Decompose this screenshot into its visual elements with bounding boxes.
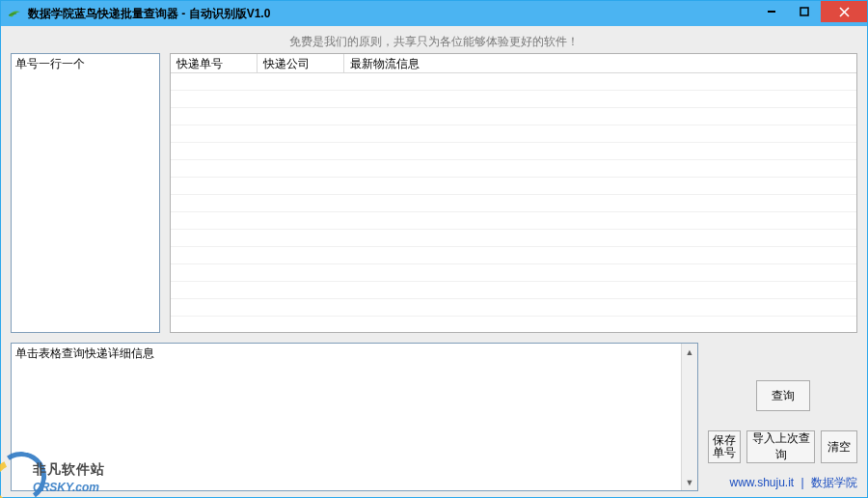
table-row[interactable] bbox=[171, 264, 856, 282]
footer-link-academy[interactable]: 数据学院 bbox=[811, 476, 857, 489]
table-row[interactable] bbox=[171, 195, 856, 212]
minimize-button[interactable] bbox=[755, 1, 788, 22]
app-icon bbox=[7, 6, 22, 21]
close-button[interactable] bbox=[821, 1, 867, 22]
table-row[interactable] bbox=[171, 73, 856, 91]
maximize-button[interactable] bbox=[788, 1, 821, 22]
table-row[interactable] bbox=[171, 108, 856, 125]
window-controls bbox=[755, 1, 867, 22]
tracking-input[interactable] bbox=[12, 74, 159, 332]
table-body[interactable] bbox=[171, 73, 856, 332]
table-row[interactable] bbox=[171, 91, 856, 108]
tracking-input-panel: 单号一行一个 bbox=[11, 53, 160, 333]
footer-separator: | bbox=[801, 476, 804, 489]
col-tracking-number[interactable]: 快递单号 bbox=[171, 54, 258, 72]
tracking-input-hint: 单号一行一个 bbox=[12, 54, 159, 74]
footer-link-site[interactable]: www.shuju.it bbox=[729, 476, 794, 489]
clear-button[interactable]: 清空 bbox=[821, 430, 857, 463]
detail-scrollbar[interactable]: ▲ ▼ bbox=[681, 344, 697, 490]
detail-textarea[interactable] bbox=[12, 364, 697, 490]
table-row[interactable] bbox=[171, 247, 856, 264]
titlebar[interactable]: 数据学院蓝鸟快递批量查询器 - 自动识别版V1.0 bbox=[1, 1, 867, 26]
table-row[interactable] bbox=[171, 212, 856, 230]
table-row[interactable] bbox=[171, 299, 856, 317]
col-courier-company[interactable]: 快递公司 bbox=[258, 54, 344, 72]
query-button[interactable]: 查询 bbox=[756, 380, 810, 411]
action-column: 查询 保存 单号 导入上次查询 清空 www.shuju.it | 数据学院 bbox=[708, 343, 857, 491]
col-latest-info[interactable]: 最新物流信息 bbox=[344, 54, 856, 72]
table-row[interactable] bbox=[171, 178, 856, 195]
footer-links: www.shuju.it | 数据学院 bbox=[708, 475, 857, 491]
results-table[interactable]: 快递单号 快递公司 最新物流信息 bbox=[170, 53, 857, 333]
detail-panel: 单击表格查询快递详细信息 ▲ ▼ bbox=[11, 343, 698, 491]
slogan-text: 免费是我们的原则，共享只为各位能够体验更好的软件！ bbox=[11, 34, 857, 53]
save-numbers-button[interactable]: 保存 单号 bbox=[708, 430, 741, 463]
table-row[interactable] bbox=[171, 125, 856, 143]
svg-rect-1 bbox=[800, 8, 808, 15]
table-row[interactable] bbox=[171, 282, 856, 299]
table-row[interactable] bbox=[171, 230, 856, 247]
app-window: 数据学院蓝鸟快递批量查询器 - 自动识别版V1.0 免费是我们的原则，共享只为各… bbox=[0, 0, 868, 498]
table-row[interactable] bbox=[171, 143, 856, 160]
detail-section: 单击表格查询快递详细信息 ▲ ▼ 查询 保存 单号 导入上次查询 清空 www.… bbox=[11, 343, 857, 491]
scroll-up-icon[interactable]: ▲ bbox=[682, 344, 697, 360]
table-row[interactable] bbox=[171, 160, 856, 178]
main-row: 单号一行一个 快递单号 快递公司 最新物流信息 bbox=[11, 53, 857, 333]
import-last-query-button[interactable]: 导入上次查询 bbox=[746, 430, 815, 463]
client-area: 免费是我们的原则，共享只为各位能够体验更好的软件！ 单号一行一个 快递单号 快递… bbox=[1, 26, 867, 497]
window-title: 数据学院蓝鸟快递批量查询器 - 自动识别版V1.0 bbox=[28, 6, 270, 22]
detail-label: 单击表格查询快递详细信息 bbox=[12, 344, 697, 364]
table-header: 快递单号 快递公司 最新物流信息 bbox=[171, 54, 856, 73]
scroll-down-icon[interactable]: ▼ bbox=[682, 474, 697, 490]
